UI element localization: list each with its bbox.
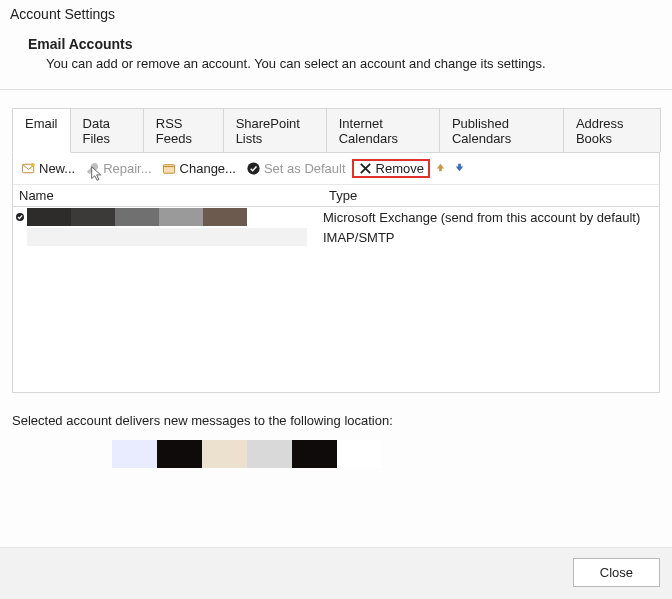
- envelope-new-icon: [21, 161, 36, 176]
- arrow-up-icon: [435, 162, 446, 173]
- account-settings-dialog: Account Settings Email Accounts You can …: [0, 0, 672, 599]
- delivery-location-label: Selected account delivers new messages t…: [12, 413, 660, 428]
- move-down-button[interactable]: [451, 159, 468, 178]
- remove-button[interactable]: Remove: [352, 159, 430, 178]
- tab-published-calendars[interactable]: Published Calendars: [439, 108, 564, 152]
- tab-rss-feeds[interactable]: RSS Feeds: [143, 108, 224, 152]
- tab-address-books[interactable]: Address Books: [563, 108, 661, 152]
- close-button[interactable]: Close: [573, 558, 660, 587]
- table-row[interactable]: IMAP/SMTP: [13, 227, 659, 247]
- svg-point-1: [31, 163, 35, 167]
- table-body: Microsoft Exchange (send from this accou…: [13, 207, 659, 392]
- delivery-location-section: Selected account delivers new messages t…: [0, 393, 672, 474]
- tab-sharepoint-lists[interactable]: SharePoint Lists: [223, 108, 327, 152]
- tab-row: Email Data Files RSS Feeds SharePoint Li…: [0, 90, 672, 152]
- new-button[interactable]: New...: [17, 159, 79, 178]
- dialog-header: Email Accounts You can add or remove an …: [0, 30, 672, 89]
- toolbar: New... Repair... Change... Set as Defaul…: [13, 153, 659, 185]
- tab-content: New... Repair... Change... Set as Defaul…: [12, 152, 660, 393]
- column-name[interactable]: Name: [19, 188, 329, 203]
- close-icon[interactable]: [650, 6, 662, 26]
- folder-change-icon: [162, 161, 177, 176]
- svg-rect-2: [163, 165, 174, 173]
- account-type: Microsoft Exchange (send from this accou…: [323, 210, 657, 225]
- tab-data-files[interactable]: Data Files: [70, 108, 144, 152]
- account-type: IMAP/SMTP: [323, 230, 657, 245]
- x-icon: [358, 161, 373, 176]
- svg-point-3: [247, 162, 259, 174]
- column-type[interactable]: Type: [329, 188, 653, 203]
- dialog-footer: Close: [0, 547, 672, 599]
- repair-button: Repair...: [81, 159, 155, 178]
- header-description: You can add or remove an account. You ca…: [28, 56, 644, 71]
- account-name-redacted: [27, 228, 323, 246]
- change-button[interactable]: Change...: [158, 159, 240, 178]
- dialog-title: Account Settings: [10, 6, 115, 22]
- titlebar: Account Settings: [0, 0, 672, 30]
- wrench-icon: [85, 161, 100, 176]
- delivery-location-redacted: [112, 440, 382, 468]
- header-heading: Email Accounts: [28, 36, 644, 52]
- table-header: Name Type: [13, 185, 659, 207]
- arrow-down-icon: [454, 162, 465, 173]
- tab-internet-calendars[interactable]: Internet Calendars: [326, 108, 440, 152]
- check-circle-icon: [246, 161, 261, 176]
- tab-email[interactable]: Email: [12, 108, 71, 153]
- move-up-button[interactable]: [432, 159, 449, 178]
- account-name-redacted: [27, 208, 323, 226]
- table-row[interactable]: Microsoft Exchange (send from this accou…: [13, 207, 659, 227]
- default-check-icon: [15, 210, 27, 225]
- set-default-button: Set as Default: [242, 159, 350, 178]
